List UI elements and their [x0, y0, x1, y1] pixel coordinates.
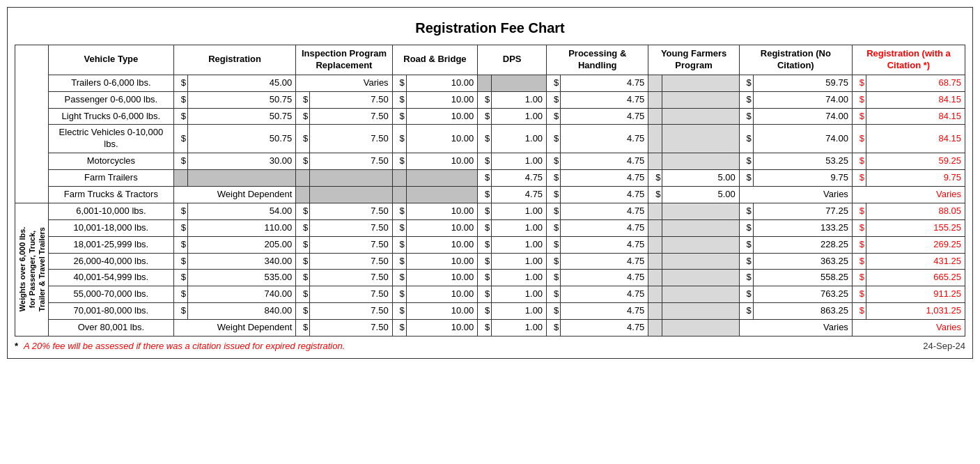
road-empty — [392, 187, 406, 203]
amount-value: 4.75 — [561, 153, 648, 170]
young-empty — [662, 253, 739, 270]
amount-value: 74.00 — [753, 108, 852, 125]
young-empty — [662, 91, 739, 108]
young-empty — [648, 125, 662, 153]
young-empty — [648, 91, 662, 108]
header-dps: DPS — [478, 45, 547, 75]
dollar-sign: $ — [852, 270, 866, 286]
young-empty — [662, 75, 739, 91]
dps-empty — [492, 75, 547, 91]
dollar-sign: $ — [547, 153, 561, 170]
dollar-sign: $ — [739, 75, 753, 91]
amount-value: 59.25 — [866, 153, 965, 170]
dollar-sign: $ — [852, 170, 866, 187]
amount-value: 10.00 — [406, 253, 478, 270]
dollar-sign: $ — [173, 270, 187, 286]
dollar-sign: $ — [547, 236, 561, 253]
dollar-sign: $ — [173, 75, 187, 91]
dollar-sign: $ — [739, 91, 753, 108]
amount-value: 84.15 — [866, 125, 965, 153]
dollar-sign: $ — [392, 320, 406, 337]
insp-empty — [296, 170, 310, 187]
vehicle-name: Over 80,001 lbs. — [48, 320, 173, 337]
dollar-sign: $ — [478, 219, 492, 236]
footer-asterisk: * — [15, 341, 18, 351]
dollar-sign: $ — [852, 153, 866, 170]
dollar-sign: $ — [547, 125, 561, 153]
dollar-sign: $ — [852, 108, 866, 125]
amount-value: 4.75 — [561, 270, 648, 286]
dollar-sign: $ — [173, 153, 187, 170]
amount-value: 863.25 — [753, 303, 852, 320]
dollar-sign: $ — [739, 303, 753, 320]
dollar-sign: $ — [852, 203, 866, 219]
dollar-sign: $ — [478, 91, 492, 108]
amount-value: 340.00 — [187, 253, 295, 270]
young-empty — [648, 203, 662, 219]
dollar-sign: $ — [547, 75, 561, 91]
vehicle-name: 26,000-40,000 lbs. — [48, 253, 173, 270]
amount-value: 10.00 — [406, 203, 478, 219]
amount-value: 53.25 — [753, 153, 852, 170]
reg-empty — [187, 170, 295, 187]
amount-value: 7.50 — [310, 253, 392, 270]
no-cit-varies: Varies — [739, 187, 852, 203]
dollar-sign: $ — [392, 253, 406, 270]
amount-value: 4.75 — [561, 125, 648, 153]
dps-empty — [478, 75, 492, 91]
vehicle-name: Farm Trucks & Tractors — [48, 187, 173, 203]
amount-value: 911.25 — [866, 286, 965, 303]
dollar-sign: $ — [296, 203, 310, 219]
dollar-sign: $ — [547, 108, 561, 125]
cit-varies: Varies — [852, 320, 965, 337]
dollar-sign: $ — [547, 320, 561, 337]
dollar-sign: $ — [296, 125, 310, 153]
vehicle-name: 70,001-80,000 lbs. — [48, 303, 173, 320]
amount-value: 7.50 — [310, 286, 392, 303]
dollar-sign: $ — [739, 270, 753, 286]
dollar-sign: $ — [173, 219, 187, 236]
amount-value: 10.00 — [406, 108, 478, 125]
amount-value: 110.00 — [187, 219, 295, 236]
vehicle-name: 40,001-54,999 lbs. — [48, 270, 173, 286]
amount-value: 10.00 — [406, 270, 478, 286]
no-cit-varies: Varies — [739, 320, 852, 337]
amount-value: 7.50 — [310, 108, 392, 125]
dollar-sign: $ — [296, 253, 310, 270]
amount-value: 269.25 — [866, 236, 965, 253]
amount-value: 4.75 — [561, 286, 648, 303]
dollar-sign: $ — [173, 91, 187, 108]
dollar-sign: $ — [852, 75, 866, 91]
amount-value: 1.00 — [492, 286, 547, 303]
young-empty — [662, 125, 739, 153]
insp-varies: Varies — [296, 75, 392, 91]
amount-value: 7.50 — [310, 91, 392, 108]
dollar-sign: $ — [296, 286, 310, 303]
dollar-sign: $ — [296, 236, 310, 253]
dollar-sign: $ — [296, 219, 310, 236]
dollar-sign: $ — [852, 219, 866, 236]
amount-value: 431.25 — [866, 253, 965, 270]
amount-value: 10.00 — [406, 320, 478, 337]
amount-value: 4.75 — [561, 236, 648, 253]
vehicle-name: Electric Vehicles 0-10,000 lbs. — [48, 125, 173, 153]
amount-value: 9.75 — [753, 170, 852, 187]
amount-value: 10.00 — [406, 75, 478, 91]
vehicle-name: Light Trucks 0-6,000 lbs. — [48, 108, 173, 125]
dollar-sign: $ — [739, 125, 753, 153]
table-wrapper: Vehicle Type Registration Inspection Pro… — [15, 45, 965, 337]
amount-value: 74.00 — [753, 125, 852, 153]
dollar-sign: $ — [173, 236, 187, 253]
dollar-sign: $ — [852, 286, 866, 303]
amount-value: 84.15 — [866, 108, 965, 125]
amount-value: 1.00 — [492, 153, 547, 170]
dollar-sign: $ — [296, 270, 310, 286]
weight-label: Weights over 6,000 lbs.for Passenger, Tr… — [15, 203, 49, 336]
young-empty — [662, 286, 739, 303]
amount-value: 363.25 — [753, 253, 852, 270]
amount-value: 7.50 — [310, 153, 392, 170]
amount-value: 1.00 — [492, 219, 547, 236]
dollar-sign: $ — [739, 286, 753, 303]
amount-value: 4.75 — [561, 253, 648, 270]
dollar-sign: $ — [478, 153, 492, 170]
